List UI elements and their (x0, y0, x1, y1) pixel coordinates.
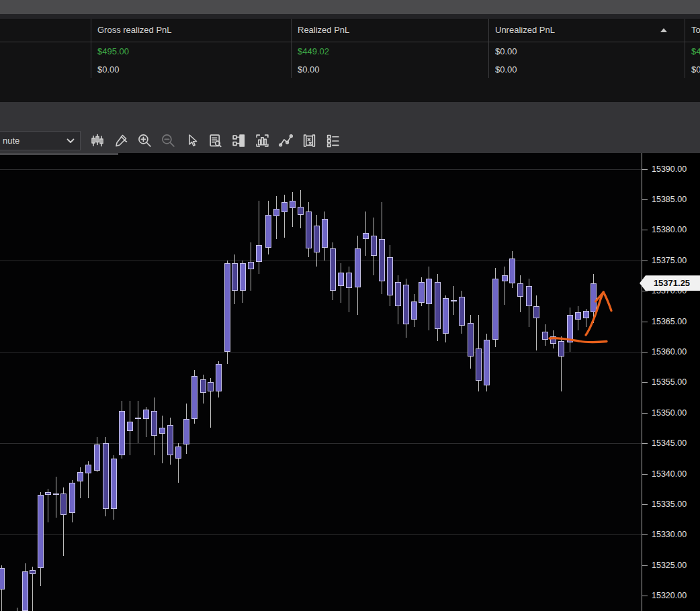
interval-dropdown[interactable]: nute (0, 131, 81, 150)
axis-tick-label: 15325.00 (652, 561, 687, 569)
candle-body (265, 215, 271, 248)
candle-body (103, 443, 109, 509)
candle-body (38, 495, 44, 568)
pnl-header-row: Gross realized PnL Realized PnL Unrealiz… (0, 19, 700, 42)
candle-body (355, 248, 361, 287)
candle-body (111, 459, 117, 509)
candle-body (502, 275, 508, 281)
axis-tick-label: 15340.00 (652, 470, 687, 478)
axis-tick-label: 15375.00 (652, 256, 687, 265)
candle-body (60, 493, 67, 515)
axis-tick (642, 443, 648, 444)
candle-body (159, 428, 165, 434)
candle-body (248, 262, 254, 269)
candle-body (200, 379, 206, 393)
candle-body (273, 209, 279, 216)
price-chart[interactable] (0, 153, 642, 611)
axis-tick (642, 352, 648, 352)
candle-wick (17, 608, 17, 611)
gross-realized-pnl-value-row2: $0.00 (91, 60, 291, 79)
bar-type-icon[interactable] (253, 132, 271, 149)
candle-body (232, 263, 238, 291)
candle-body (30, 570, 36, 575)
axis-tick-label: 15320.00 (652, 592, 687, 600)
candle-body (143, 410, 149, 419)
header-realized-pnl[interactable]: Realized PnL (291, 19, 488, 42)
header-total-pnl[interactable]: To (685, 19, 700, 42)
candle-body (77, 472, 83, 481)
axis-tick-label: 15390.00 (652, 165, 687, 173)
axis-tick-label: 15385.00 (652, 195, 687, 203)
candle-body (363, 233, 369, 239)
candle-body (322, 219, 328, 248)
axis-tick (642, 474, 648, 475)
candle-body (550, 336, 556, 344)
candle-body (314, 226, 320, 253)
trading-platform-window: Gross realized PnL Realized PnL Unrealiz… (0, 0, 700, 611)
candle-body (575, 312, 581, 320)
strategies-icon[interactable] (300, 132, 318, 149)
axis-tick-label: 15360.00 (652, 348, 687, 356)
candle-body (85, 465, 91, 474)
window-titlebar[interactable] (0, 0, 700, 14)
candle-body (256, 245, 262, 262)
candle-body (224, 263, 230, 352)
realized-pnl-value: $449.02 (291, 42, 488, 60)
cursor-icon[interactable] (183, 132, 200, 149)
price-axis[interactable]: 15390.0015385.0015380.0015375.0015370.00… (642, 153, 700, 611)
gridline-15390 (0, 169, 642, 170)
candle-body (298, 207, 304, 214)
candle-body (403, 285, 409, 324)
zoom-in-icon[interactable] (136, 132, 153, 149)
gridline-15375 (0, 261, 642, 261)
candle-body (443, 298, 449, 333)
interval-dropdown-label: nute (0, 136, 67, 146)
candle-body (558, 341, 564, 357)
chart-toolbar-band: nute (0, 102, 700, 153)
candle-body (290, 201, 296, 208)
axis-tick (642, 534, 648, 535)
candle-body (395, 282, 401, 306)
candle-body (387, 257, 393, 295)
candle-body (69, 483, 75, 513)
sort-ascending-icon[interactable] (660, 28, 667, 32)
candle-wick (292, 192, 293, 227)
chart-toolbar (89, 130, 341, 150)
candlestick-style-icon[interactable] (89, 132, 106, 149)
zoom-out-icon (159, 132, 177, 149)
data-box-icon[interactable] (206, 132, 224, 149)
candle-body (151, 411, 157, 435)
candle-body (484, 340, 490, 385)
header-unrealized-pnl[interactable]: Unrealized PnL (488, 19, 663, 42)
candle-body (183, 419, 189, 445)
chart-trader-icon[interactable] (230, 132, 247, 149)
candle-wick (162, 416, 163, 463)
candle-wick (56, 477, 56, 518)
candle-body (94, 444, 100, 471)
candle-body (306, 211, 312, 248)
candle-wick (276, 196, 277, 239)
axis-tick-label: 15355.00 (652, 378, 687, 386)
candle-body (330, 248, 336, 291)
candle-wick (259, 201, 259, 274)
candle-body (346, 273, 352, 288)
candle-body (119, 411, 125, 455)
candle-wick (138, 401, 138, 444)
unrealized-pnl-value-row2: $0.00 (488, 60, 685, 79)
candle-body (590, 283, 597, 312)
axis-tick (642, 199, 648, 200)
axis-tick-label: 15345.00 (652, 439, 687, 447)
candle-body (492, 279, 498, 340)
draw-pencil-icon[interactable] (112, 132, 130, 149)
candle-body (45, 492, 51, 496)
indicators-icon[interactable] (277, 132, 294, 149)
candle-body (476, 348, 482, 381)
header-gross-realized-pnl[interactable]: Gross realized PnL (91, 19, 291, 42)
candle-wick (536, 295, 537, 350)
price-chart-panel: 15390.0015385.0015380.0015375.0015370.00… (0, 153, 700, 611)
candle-body (411, 301, 417, 320)
candle-body (0, 568, 5, 590)
list-icon[interactable] (324, 132, 341, 149)
titlebar-divider (0, 14, 700, 19)
pnl-table: Gross realized PnL Realized PnL Unrealiz… (0, 19, 700, 102)
